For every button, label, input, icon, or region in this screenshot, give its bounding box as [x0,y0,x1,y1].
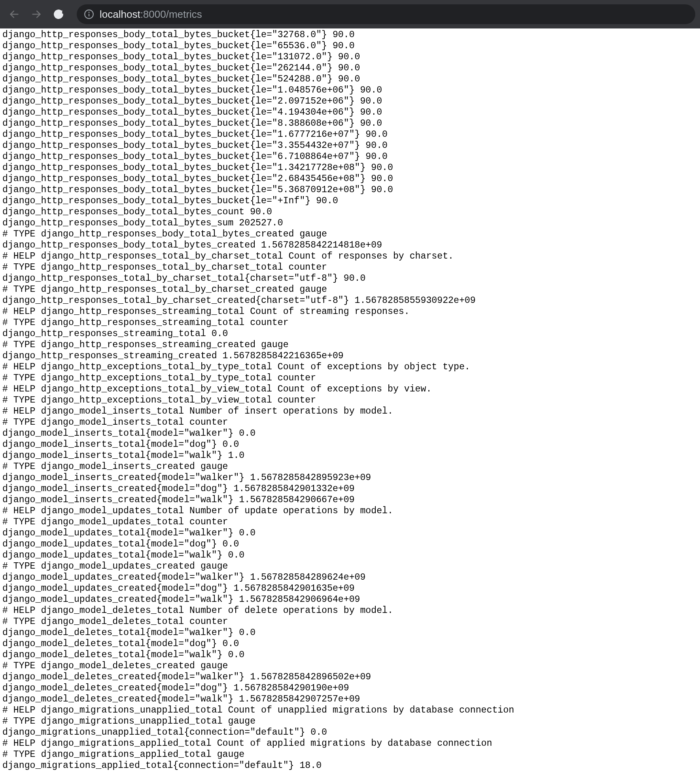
url-path: :8000/metrics [140,8,202,20]
site-info-icon[interactable] [84,9,94,19]
url-host: localhost [100,8,140,20]
address-bar[interactable]: localhost:8000/metrics [77,4,695,24]
forward-button[interactable] [27,5,46,24]
browser-toolbar: localhost:8000/metrics [0,0,700,28]
back-button[interactable] [5,5,24,24]
reload-button[interactable] [49,5,68,24]
metrics-text-content: django_http_responses_body_total_bytes_b… [0,28,700,773]
url-display: localhost:8000/metrics [100,8,202,21]
svg-point-4 [89,12,89,13]
